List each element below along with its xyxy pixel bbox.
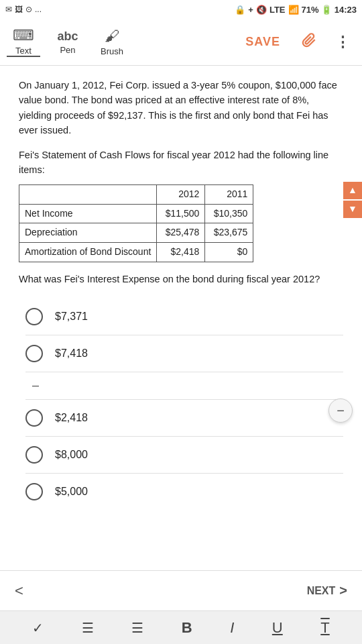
brush-icon: 🖌 (105, 28, 119, 45)
brush-tool-label: Brush (101, 46, 123, 56)
amortization-label: Amortization of Bond Discount (19, 242, 157, 262)
minus-button[interactable]: − (328, 398, 353, 423)
dash-separator: – (25, 372, 343, 400)
bottom-nav: < NEXT > (0, 570, 362, 610)
scroll-indicator[interactable]: ▲ ▼ (343, 182, 362, 218)
lock-icon: 🔒 (235, 5, 245, 15)
radio-b[interactable] (25, 345, 43, 362)
next-button[interactable]: NEXT > (307, 583, 347, 598)
pen-tool[interactable]: abc Pen (51, 30, 84, 55)
radio-d[interactable] (25, 446, 43, 464)
signal-icon: 📶 (288, 5, 299, 15)
radio-c[interactable] (25, 409, 43, 427)
option-d-label: $8,000 (55, 447, 88, 464)
option-b-label: $7,418 (55, 345, 88, 362)
status-left: ✉ 🖼 ⊙ ... (5, 5, 42, 14)
amortization-2011: $0 (205, 242, 253, 262)
amortization-2012: $2,418 (157, 242, 205, 262)
pen-tool-label: Pen (60, 45, 75, 55)
option-b[interactable]: $7,418 (25, 335, 343, 372)
net-income-2012: $11,500 (157, 204, 205, 223)
radio-e[interactable] (25, 483, 43, 500)
scroll-down-arrow[interactable]: ▼ (343, 201, 362, 218)
question-prompt: What was Fei's Interest Expense on the b… (19, 272, 343, 286)
clock-icon: ⊙ (25, 5, 32, 14)
save-button[interactable]: SAVE (239, 31, 287, 53)
table-row-amortization: Amortization of Bond Discount $2,418 $0 (19, 242, 253, 262)
scroll-up-arrow[interactable]: ▲ (343, 182, 362, 199)
next-label: NEXT (307, 585, 336, 597)
keyboard-icon: ⌨ (13, 27, 34, 44)
status-bar: ✉ 🖼 ⊙ ... 🔒 + 🔇 LTE 📶 71% 🔋 14:23 (0, 0, 362, 19)
options-list: $7,371 $7,418 – $2,418 $8,000 $5,000 (19, 299, 343, 510)
italic-button[interactable]: I (230, 619, 234, 637)
content-area: ▲ ▼ On January 1, 2012, Fei Corp. issued… (0, 66, 362, 570)
underline-button[interactable]: U (272, 619, 283, 637)
mute-icon: 🔇 (256, 5, 267, 15)
net-income-2011: $10,350 (205, 204, 253, 223)
lte-label: LTE (269, 5, 286, 15)
battery-label: 71% 🔋 14:23 (302, 5, 357, 15)
option-e[interactable]: $5,000 (25, 474, 343, 510)
col-header-2011: 2011 (205, 184, 253, 204)
option-c-label: $2,418 (55, 410, 88, 427)
col-header-empty (19, 184, 157, 204)
col-header-2012: 2012 (157, 184, 205, 204)
option-e-label: $5,000 (55, 484, 88, 500)
option-a-label: $7,371 (55, 309, 88, 325)
dots-icon: ... (35, 5, 42, 14)
option-d[interactable]: $8,000 (25, 437, 343, 474)
option-c[interactable]: $2,418 (25, 400, 343, 437)
depreciation-2012: $25,478 (157, 223, 205, 243)
option-a[interactable]: $7,371 (25, 299, 343, 335)
text-format-button[interactable]: T (320, 619, 329, 637)
table-row-net-income: Net Income $11,500 $10,350 (19, 204, 253, 223)
bold-button[interactable]: B (182, 619, 192, 637)
text-tool-label: Text (15, 46, 32, 56)
more-button[interactable]: ⋮ (331, 31, 355, 54)
net-income-label: Net Income (19, 204, 157, 223)
system-bottom-bar: ✓ ☰ ☰ B I U T (0, 610, 362, 644)
question-body: On January 1, 2012, Fei Corp. issued a 3… (19, 78, 343, 138)
text-tool[interactable]: ⌨ Text (7, 27, 40, 57)
radio-a[interactable] (25, 308, 43, 325)
brush-tool[interactable]: 🖌 Brush (95, 28, 129, 56)
toolbar: ⌨ Text abc Pen 🖌 Brush SAVE ⋮ (0, 19, 362, 66)
next-arrow: > (339, 583, 347, 598)
mail-icon: ✉ (5, 5, 12, 14)
plus-icon: + (248, 5, 253, 15)
table-row-depreciation: Depreciation $25,478 $23,675 (19, 223, 253, 243)
clip-button[interactable] (298, 30, 320, 54)
check-button[interactable]: ✓ (32, 620, 44, 636)
clip-icon (302, 33, 316, 48)
table-header-row: 2012 2011 (19, 184, 253, 204)
list-button[interactable]: ☰ (131, 620, 143, 636)
prev-button[interactable]: < (15, 582, 23, 600)
menu-button[interactable]: ☰ (82, 620, 94, 636)
depreciation-2011: $23,675 (205, 223, 253, 243)
image-icon: 🖼 (15, 5, 23, 14)
financial-table: 2012 2011 Net Income $11,500 $10,350 Dep… (19, 184, 253, 262)
abc-icon: abc (57, 30, 78, 44)
depreciation-label: Depreciation (19, 223, 157, 243)
status-right: 🔒 + 🔇 LTE 📶 71% 🔋 14:23 (235, 5, 357, 15)
cash-flow-intro: Fei's Statement of Cash Flows for fiscal… (19, 148, 343, 178)
